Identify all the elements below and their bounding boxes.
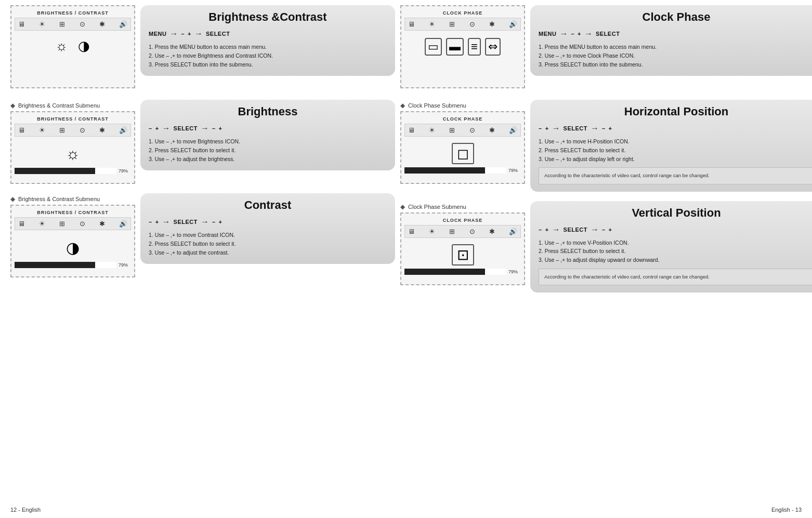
contrast-pct: 79%	[119, 262, 131, 268]
nav-row-3: – + → SELECT → – +	[149, 217, 387, 227]
monitor-icon-circle: ⊙	[80, 20, 85, 28]
nav-row-1: MENU → – + → SELECT	[149, 29, 387, 38]
clock-phase-panel: Clock Phase MENU → – + → SELECT 1. Press…	[530, 5, 812, 76]
monitor-brightness-icon: ☼	[56, 38, 68, 54]
v-position-main-icon: ⊡	[452, 246, 474, 263]
contrast-main-icon: ◑	[66, 238, 80, 257]
left-column: BRIGHTNESS / CONTRAST 🖥 ☀ ⊞ ⊙ ✱ 🔊 ☼ ◑ Br…	[10, 5, 400, 508]
brightness-submenu-text: Brightness & Contrast Submenu	[18, 102, 100, 109]
h-position-title: Horizontal Position	[539, 105, 812, 118]
h-position-note: According to the characteristic of video…	[539, 167, 812, 184]
contrast-bar	[15, 262, 116, 268]
brightness-inst-3: 3. Use – ,+ to adjust the brightness.	[149, 155, 387, 164]
nav-minus-3: –	[149, 219, 152, 225]
page-footer: 12 - English English - 13	[10, 507, 802, 513]
brightness-title: Brightness	[149, 105, 387, 118]
v-pos-icon-wrench: ✱	[489, 228, 495, 235]
brightness-bar-fill	[15, 168, 95, 174]
clock-icons-row: 🖥 ☀ ⊞ ⊙ ✱ 🔊	[404, 18, 521, 31]
clock-icon-wrench: ✱	[489, 20, 495, 28]
clock-phase-instructions: 1. Press the MENU button to access main …	[539, 43, 812, 69]
nav-plus-1: +	[188, 31, 191, 37]
nav-arrow-5: →	[162, 217, 171, 227]
v-pos-icon-circle: ⊙	[469, 228, 475, 235]
h-pos-inst-3: 3. Use – ,+ to adjust display left or ri…	[539, 155, 812, 164]
clock-icon-sound: 🔊	[509, 20, 517, 28]
monitor-contrast-icon: ◑	[78, 38, 90, 54]
nav-minus-3b: –	[212, 219, 216, 225]
clock-monitor-label: CLOCK PHASE	[443, 9, 483, 18]
diamond-icon-1: ◆	[10, 102, 15, 109]
h-pos-inst-1: 1. Use – ,+ to move H-Position ICON.	[539, 137, 812, 146]
brightness-contrast-instructions: 1. Press the MENU button to access main …	[149, 43, 387, 69]
h-pos-minus-b: –	[602, 125, 606, 131]
v-position-panel: Vertical Position – + → SELECT → – + 1. …	[530, 201, 812, 293]
page-layout: BRIGHTNESS / CONTRAST 🖥 ☀ ⊞ ⊙ ✱ 🔊 ☼ ◑ Br…	[0, 0, 812, 518]
v-position-instructions: 1. Use – ,+ to move V-Position ICON. 2. …	[539, 238, 812, 264]
brightness-bar-empty	[95, 168, 116, 174]
brightness-inst-1: 1. Use – ,+ to move Brightness ICON.	[149, 137, 387, 146]
clock-phase-icons-row: ▭ ▬ ≡ ⇔	[425, 38, 501, 56]
brightness-contrast-panel: Brightness &Contrast MENU → – + → SELECT…	[140, 5, 395, 76]
brightness-inst-2: 2. Press SELECT button to select it.	[149, 146, 387, 155]
nav-plus-2b: +	[219, 125, 222, 131]
clock-nav-arrow-1: →	[559, 29, 568, 38]
v-position-submenu-text: Clock Phase Submenu	[408, 204, 466, 210]
monitor-icon-wrench-2: ✱	[99, 126, 105, 134]
h-pos-plus-b: +	[609, 125, 612, 131]
clock-nav-minus: –	[571, 31, 574, 37]
contrast-bar-fill	[15, 262, 95, 268]
monitor-icon-circle-3: ⊙	[80, 220, 85, 228]
monitor-icon-grid-2: ⊞	[59, 126, 65, 134]
v-pos-inst-2: 2. Press SELECT button to select it.	[539, 247, 812, 256]
clock-phase-monitor: CLOCK PHASE 🖥 ☀ ⊞ ⊙ ✱ 🔊 ▭ ▬ ≡ ⇔	[400, 5, 525, 88]
contrast-section: ◆ Brightness & Contrast Submenu BRIGHTNE…	[10, 193, 395, 277]
brightness-instructions: 1. Use – ,+ to move Brightness ICON. 2. …	[149, 137, 387, 163]
clock-nav-menu: MENU	[539, 31, 556, 37]
brightness-main-icon: ☼	[66, 145, 80, 163]
instruction-line-3: 3. Press SELECT button into the submenu.	[149, 60, 387, 69]
v-position-submenu-label: ◆ Clock Phase Submenu	[400, 203, 525, 210]
v-pos-plus: +	[545, 227, 549, 233]
v-position-bar-row: 79%	[404, 269, 521, 275]
v-pos-icon-grid: ⊞	[449, 228, 455, 235]
clock-icon-circle: ⊙	[469, 20, 475, 28]
brightness-contrast-monitor: BRIGHTNESS / CONTRAST 🖥 ☀ ⊞ ⊙ ✱ 🔊 ☼ ◑	[10, 5, 135, 88]
clock-icon-grid: ⊞	[449, 20, 455, 28]
v-pos-minus: –	[539, 227, 542, 233]
h-pos-icon-circle: ⊙	[469, 126, 475, 134]
v-pos-icon-sound: 🔊	[509, 228, 517, 235]
brightness-contrast-section: BRIGHTNESS / CONTRAST 🖥 ☀ ⊞ ⊙ ✱ 🔊 ☼ ◑ Br…	[10, 5, 395, 88]
monitor-icon-sun-2: ☀	[39, 126, 45, 134]
v-pos-icon-display: 🖥	[408, 228, 415, 235]
nav-minus-1: –	[181, 31, 185, 37]
h-position-submenu-text: Clock Phase Submenu	[408, 102, 466, 109]
nav-plus-3b: +	[219, 219, 222, 225]
v-pos-icon-sun: ☀	[429, 228, 435, 235]
v-pos-inst-1: 1. Use – ,+ to move V-Position ICON.	[539, 238, 812, 247]
h-position-pct: 79%	[508, 168, 521, 173]
nav-minus-2b: –	[212, 125, 216, 131]
h-pos-arrow-1: →	[552, 124, 560, 133]
h-position-submenu-label: ◆ Clock Phase Submenu	[400, 102, 525, 109]
h-position-bar-row: 79%	[404, 167, 521, 174]
clock-monitor-label-2: CLOCK PHASE	[443, 115, 483, 124]
monitor-label-1: BRIGHTNESS / CONTRAST	[37, 9, 109, 18]
monitor-icon-wrench-3: ✱	[99, 220, 105, 228]
nav-arrow-2: →	[194, 29, 203, 38]
clock-icon-sun: ☀	[429, 20, 435, 28]
h-position-monitor: CLOCK PHASE 🖥 ☀ ⊞ ⊙ ✱ 🔊 ◻	[400, 111, 525, 184]
monitor-icon-display: 🖥	[18, 20, 25, 28]
h-position-section: ◆ Clock Phase Submenu CLOCK PHASE 🖥 ☀ ⊞ …	[400, 100, 812, 192]
brightness-pct: 79%	[119, 168, 131, 174]
v-position-icons-row: 🖥 ☀ ⊞ ⊙ ✱ 🔊	[404, 225, 521, 238]
contrast-submenu-text: Brightness & Contrast Submenu	[18, 196, 100, 202]
v-pos-arrow-2: →	[591, 225, 599, 234]
h-pos-minus: –	[539, 125, 542, 131]
h-position-panel: Horizontal Position – + → SELECT → – + 1…	[530, 100, 812, 192]
nav-row-2: – + → SELECT → – +	[149, 124, 387, 133]
monitor-icon-display-3: 🖥	[18, 220, 25, 228]
v-position-monitor: CLOCK PHASE 🖥 ☀ ⊞ ⊙ ✱ 🔊 ⊡	[400, 212, 525, 285]
h-pos-arrow-2: →	[591, 124, 599, 133]
monitor-label-2: BRIGHTNESS / CONTRAST	[37, 115, 109, 124]
